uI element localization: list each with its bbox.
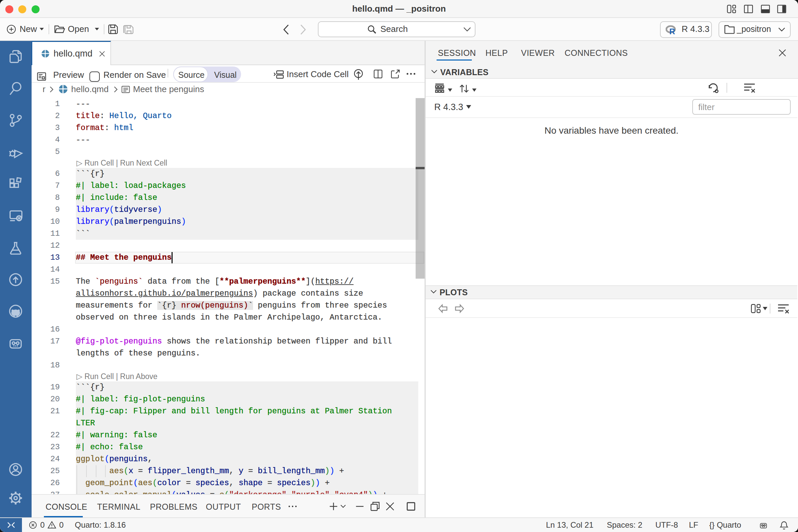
svg-text:R: R bbox=[669, 27, 675, 35]
